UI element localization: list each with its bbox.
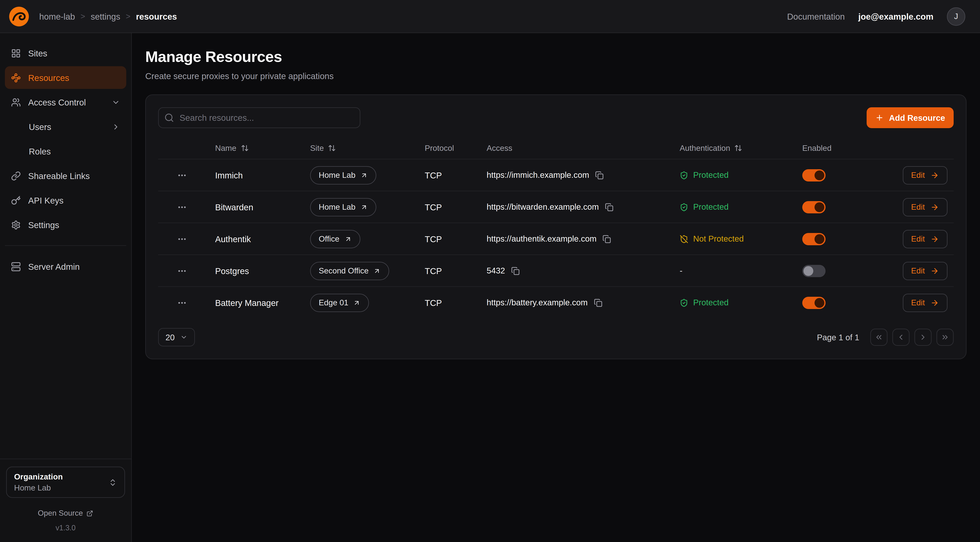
header-site[interactable]: Site <box>300 143 415 153</box>
sidebar-item-api-keys[interactable]: API Keys <box>5 189 126 212</box>
site-link-button[interactable]: Office <box>310 230 360 248</box>
breadcrumb-separator: > <box>81 12 85 21</box>
documentation-link[interactable]: Documentation <box>787 11 845 21</box>
pagination: Page 1 of 1 <box>817 328 954 346</box>
header-authentication[interactable]: Authentication <box>670 143 792 153</box>
site-link-button[interactable]: Home Lab <box>310 166 376 184</box>
access-url: 5432 <box>487 266 505 275</box>
shell: Sites Resources Access Control Users Rol… <box>0 33 980 542</box>
sidebar-item-label: Shareable Links <box>28 171 90 181</box>
site-link-button[interactable]: Second Office <box>310 261 390 280</box>
plus-icon <box>875 113 884 122</box>
sort-icon <box>328 144 336 152</box>
page-info: Page 1 of 1 <box>817 333 859 342</box>
arrow-up-right-icon <box>344 235 352 242</box>
resource-name: Battery Manager <box>205 298 300 308</box>
edit-button[interactable]: Edit <box>902 166 948 184</box>
last-page-button[interactable] <box>937 328 954 346</box>
shield-check-icon <box>680 171 688 179</box>
breadcrumb-item-org[interactable]: home-lab <box>39 11 75 21</box>
copy-icon[interactable] <box>595 171 604 179</box>
edit-button[interactable]: Edit <box>902 230 948 248</box>
search-input[interactable] <box>158 107 360 128</box>
arrow-up-right-icon <box>353 299 361 306</box>
page-subtitle: Create secure proxies to your private ap… <box>145 71 967 81</box>
sidebar-item-label: Users <box>29 122 51 132</box>
protocol: TCP <box>415 170 477 180</box>
row-menu-button[interactable] <box>173 167 190 184</box>
copy-icon[interactable] <box>603 234 611 243</box>
chevron-right-icon <box>111 123 120 131</box>
edit-button[interactable]: Edit <box>902 261 948 280</box>
sidebar-divider <box>5 245 126 246</box>
copy-icon[interactable] <box>511 266 520 275</box>
header-name[interactable]: Name <box>205 143 300 153</box>
edit-button[interactable]: Edit <box>902 293 948 312</box>
user-avatar[interactable]: J <box>947 7 965 26</box>
site-link-button[interactable]: Edge 01 <box>310 293 369 312</box>
sidebar-item-shareable-links[interactable]: Shareable Links <box>5 164 126 187</box>
table-row: Immich Home Lab TCP https://immich.examp… <box>158 159 954 191</box>
sidebar-item-server-admin[interactable]: Server Admin <box>5 255 126 278</box>
sidebar-item-settings[interactable]: Settings <box>5 214 126 236</box>
header-protocol: Protocol <box>415 143 477 153</box>
row-menu-button[interactable] <box>173 198 190 215</box>
arrow-up-right-icon <box>360 172 368 179</box>
enabled-toggle[interactable] <box>802 297 826 309</box>
page-size-select[interactable]: 20 <box>158 328 195 346</box>
table-header-row: Name Site Protocol Access <box>158 137 954 159</box>
enabled-toggle[interactable] <box>802 233 826 245</box>
sidebar-item-access-control[interactable]: Access Control <box>5 91 126 113</box>
table-footer: 20 Page 1 of 1 <box>158 328 954 346</box>
search-icon <box>164 113 174 123</box>
organization-switcher[interactable]: Organization Home Lab <box>6 467 125 498</box>
users-icon <box>11 97 21 107</box>
chevron-down-icon <box>111 98 120 107</box>
sidebar-item-label: Settings <box>28 220 59 230</box>
shield-check-icon <box>680 298 688 307</box>
open-source-link[interactable]: Open Source <box>6 509 125 518</box>
enabled-toggle[interactable] <box>802 169 826 181</box>
first-page-button[interactable] <box>870 328 888 346</box>
edit-button[interactable]: Edit <box>902 198 948 216</box>
enabled-toggle[interactable] <box>802 201 826 213</box>
arrow-up-right-icon <box>374 267 381 274</box>
row-menu-button[interactable] <box>173 230 190 247</box>
enabled-toggle[interactable] <box>802 265 826 277</box>
add-resource-button[interactable]: Add Resource <box>867 107 954 128</box>
copy-icon[interactable] <box>605 203 614 211</box>
card-toolbar: Add Resource <box>158 107 954 128</box>
sidebar-item-label: Access Control <box>28 97 86 107</box>
link-icon <box>11 171 21 181</box>
sidebar: Sites Resources Access Control Users Rol… <box>0 33 132 542</box>
ellipsis-icon <box>177 170 187 180</box>
waypoints-icon <box>11 73 21 83</box>
sidebar-item-resources[interactable]: Resources <box>5 66 126 89</box>
row-menu-button[interactable] <box>173 294 190 311</box>
previous-page-button[interactable] <box>892 328 910 346</box>
avatar-initial: J <box>954 12 958 21</box>
sidebar-item-roles[interactable]: Roles <box>5 140 126 163</box>
topbar-right: Documentation joe@example.com J <box>787 7 965 26</box>
chevron-right-icon <box>919 333 927 341</box>
sidebar-item-label: API Keys <box>28 195 64 205</box>
organization-label: Organization <box>14 472 63 481</box>
ellipsis-icon <box>177 202 187 212</box>
breadcrumb-item-settings[interactable]: settings <box>91 11 120 21</box>
header-access: Access <box>477 143 670 153</box>
server-icon <box>11 261 21 271</box>
copy-icon[interactable] <box>594 298 602 307</box>
user-email[interactable]: joe@example.com <box>858 11 934 21</box>
sidebar-item-users[interactable]: Users <box>5 115 126 138</box>
sidebar-item-sites[interactable]: Sites <box>5 42 126 64</box>
organization-name: Home Lab <box>14 483 63 493</box>
table-row: Battery Manager Edge 01 TCP https://batt… <box>158 286 954 318</box>
next-page-button[interactable] <box>915 328 932 346</box>
arrow-right-icon <box>931 266 939 275</box>
app-logo-icon[interactable] <box>9 6 29 27</box>
chevrons-left-icon <box>875 333 883 341</box>
site-link-button[interactable]: Home Lab <box>310 198 376 216</box>
resources-card: Add Resource Name Site <box>145 94 967 359</box>
row-menu-button[interactable] <box>173 262 190 279</box>
sort-icon <box>241 144 249 152</box>
